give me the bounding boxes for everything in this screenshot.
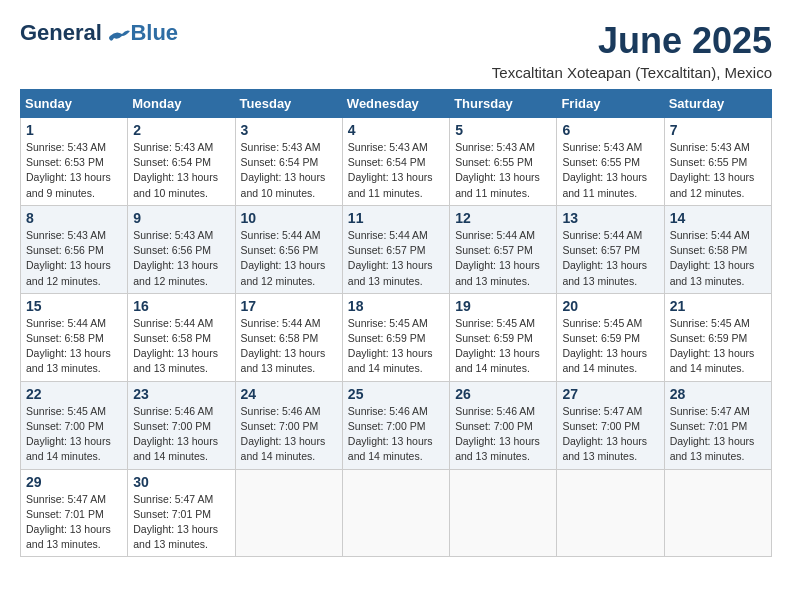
day-info: Sunrise: 5:43 AM Sunset: 6:54 PM Dayligh… bbox=[348, 140, 444, 201]
day-number: 14 bbox=[670, 210, 766, 226]
day-number: 20 bbox=[562, 298, 658, 314]
weekday-header-saturday: Saturday bbox=[664, 90, 771, 118]
day-info: Sunrise: 5:45 AM Sunset: 6:59 PM Dayligh… bbox=[348, 316, 444, 377]
calendar-week-row: 8Sunrise: 5:43 AM Sunset: 6:56 PM Daylig… bbox=[21, 205, 772, 293]
calendar-cell: 13Sunrise: 5:44 AM Sunset: 6:57 PM Dayli… bbox=[557, 205, 664, 293]
day-info: Sunrise: 5:45 AM Sunset: 7:00 PM Dayligh… bbox=[26, 404, 122, 465]
day-info: Sunrise: 5:43 AM Sunset: 6:56 PM Dayligh… bbox=[26, 228, 122, 289]
day-info: Sunrise: 5:43 AM Sunset: 6:53 PM Dayligh… bbox=[26, 140, 122, 201]
calendar-cell: 4Sunrise: 5:43 AM Sunset: 6:54 PM Daylig… bbox=[342, 118, 449, 206]
day-info: Sunrise: 5:43 AM Sunset: 6:54 PM Dayligh… bbox=[241, 140, 337, 201]
calendar-cell: 16Sunrise: 5:44 AM Sunset: 6:58 PM Dayli… bbox=[128, 293, 235, 381]
calendar-cell bbox=[664, 469, 771, 557]
day-number: 29 bbox=[26, 474, 122, 490]
calendar-cell: 1Sunrise: 5:43 AM Sunset: 6:53 PM Daylig… bbox=[21, 118, 128, 206]
calendar-cell bbox=[557, 469, 664, 557]
calendar-cell bbox=[342, 469, 449, 557]
calendar-week-row: 22Sunrise: 5:45 AM Sunset: 7:00 PM Dayli… bbox=[21, 381, 772, 469]
day-number: 11 bbox=[348, 210, 444, 226]
calendar-cell: 23Sunrise: 5:46 AM Sunset: 7:00 PM Dayli… bbox=[128, 381, 235, 469]
day-number: 24 bbox=[241, 386, 337, 402]
calendar-cell: 12Sunrise: 5:44 AM Sunset: 6:57 PM Dayli… bbox=[450, 205, 557, 293]
day-info: Sunrise: 5:44 AM Sunset: 6:58 PM Dayligh… bbox=[670, 228, 766, 289]
day-info: Sunrise: 5:43 AM Sunset: 6:56 PM Dayligh… bbox=[133, 228, 229, 289]
day-number: 3 bbox=[241, 122, 337, 138]
day-info: Sunrise: 5:46 AM Sunset: 7:00 PM Dayligh… bbox=[348, 404, 444, 465]
calendar-cell: 9Sunrise: 5:43 AM Sunset: 6:56 PM Daylig… bbox=[128, 205, 235, 293]
calendar-cell: 11Sunrise: 5:44 AM Sunset: 6:57 PM Dayli… bbox=[342, 205, 449, 293]
day-number: 16 bbox=[133, 298, 229, 314]
day-number: 6 bbox=[562, 122, 658, 138]
calendar-cell: 24Sunrise: 5:46 AM Sunset: 7:00 PM Dayli… bbox=[235, 381, 342, 469]
calendar-cell: 5Sunrise: 5:43 AM Sunset: 6:55 PM Daylig… bbox=[450, 118, 557, 206]
calendar-cell: 10Sunrise: 5:44 AM Sunset: 6:56 PM Dayli… bbox=[235, 205, 342, 293]
month-title: June 2025 bbox=[492, 20, 772, 62]
weekday-header-wednesday: Wednesday bbox=[342, 90, 449, 118]
header: General Blue June 2025 Texcaltitan Xotea… bbox=[20, 20, 772, 81]
weekday-header-sunday: Sunday bbox=[21, 90, 128, 118]
calendar-cell: 6Sunrise: 5:43 AM Sunset: 6:55 PM Daylig… bbox=[557, 118, 664, 206]
day-number: 2 bbox=[133, 122, 229, 138]
day-info: Sunrise: 5:43 AM Sunset: 6:55 PM Dayligh… bbox=[670, 140, 766, 201]
calendar-cell: 25Sunrise: 5:46 AM Sunset: 7:00 PM Dayli… bbox=[342, 381, 449, 469]
day-number: 28 bbox=[670, 386, 766, 402]
calendar-week-row: 15Sunrise: 5:44 AM Sunset: 6:58 PM Dayli… bbox=[21, 293, 772, 381]
weekday-header-friday: Friday bbox=[557, 90, 664, 118]
day-info: Sunrise: 5:44 AM Sunset: 6:58 PM Dayligh… bbox=[241, 316, 337, 377]
day-number: 7 bbox=[670, 122, 766, 138]
logo: General Blue bbox=[20, 20, 178, 46]
calendar-cell bbox=[450, 469, 557, 557]
weekday-header-row: SundayMondayTuesdayWednesdayThursdayFrid… bbox=[21, 90, 772, 118]
calendar-cell: 22Sunrise: 5:45 AM Sunset: 7:00 PM Dayli… bbox=[21, 381, 128, 469]
calendar-week-row: 1Sunrise: 5:43 AM Sunset: 6:53 PM Daylig… bbox=[21, 118, 772, 206]
day-info: Sunrise: 5:45 AM Sunset: 6:59 PM Dayligh… bbox=[455, 316, 551, 377]
day-number: 13 bbox=[562, 210, 658, 226]
day-info: Sunrise: 5:45 AM Sunset: 6:59 PM Dayligh… bbox=[670, 316, 766, 377]
day-number: 8 bbox=[26, 210, 122, 226]
day-info: Sunrise: 5:44 AM Sunset: 6:57 PM Dayligh… bbox=[455, 228, 551, 289]
calendar-table: SundayMondayTuesdayWednesdayThursdayFrid… bbox=[20, 89, 772, 557]
weekday-header-monday: Monday bbox=[128, 90, 235, 118]
calendar-cell: 8Sunrise: 5:43 AM Sunset: 6:56 PM Daylig… bbox=[21, 205, 128, 293]
day-info: Sunrise: 5:45 AM Sunset: 6:59 PM Dayligh… bbox=[562, 316, 658, 377]
day-number: 10 bbox=[241, 210, 337, 226]
day-number: 21 bbox=[670, 298, 766, 314]
calendar-header: SundayMondayTuesdayWednesdayThursdayFrid… bbox=[21, 90, 772, 118]
calendar-cell: 15Sunrise: 5:44 AM Sunset: 6:58 PM Dayli… bbox=[21, 293, 128, 381]
calendar-cell bbox=[235, 469, 342, 557]
calendar-cell: 21Sunrise: 5:45 AM Sunset: 6:59 PM Dayli… bbox=[664, 293, 771, 381]
day-number: 4 bbox=[348, 122, 444, 138]
day-info: Sunrise: 5:44 AM Sunset: 6:58 PM Dayligh… bbox=[26, 316, 122, 377]
day-number: 1 bbox=[26, 122, 122, 138]
day-number: 26 bbox=[455, 386, 551, 402]
calendar-cell: 19Sunrise: 5:45 AM Sunset: 6:59 PM Dayli… bbox=[450, 293, 557, 381]
day-info: Sunrise: 5:47 AM Sunset: 7:01 PM Dayligh… bbox=[670, 404, 766, 465]
day-number: 15 bbox=[26, 298, 122, 314]
calendar-cell: 29Sunrise: 5:47 AM Sunset: 7:01 PM Dayli… bbox=[21, 469, 128, 557]
logo-general-text: General bbox=[20, 20, 102, 45]
day-info: Sunrise: 5:47 AM Sunset: 7:00 PM Dayligh… bbox=[562, 404, 658, 465]
day-info: Sunrise: 5:43 AM Sunset: 6:55 PM Dayligh… bbox=[455, 140, 551, 201]
day-number: 5 bbox=[455, 122, 551, 138]
day-info: Sunrise: 5:46 AM Sunset: 7:00 PM Dayligh… bbox=[133, 404, 229, 465]
day-number: 27 bbox=[562, 386, 658, 402]
day-info: Sunrise: 5:47 AM Sunset: 7:01 PM Dayligh… bbox=[133, 492, 229, 553]
weekday-header-tuesday: Tuesday bbox=[235, 90, 342, 118]
day-number: 18 bbox=[348, 298, 444, 314]
day-info: Sunrise: 5:44 AM Sunset: 6:57 PM Dayligh… bbox=[562, 228, 658, 289]
day-info: Sunrise: 5:44 AM Sunset: 6:58 PM Dayligh… bbox=[133, 316, 229, 377]
weekday-header-thursday: Thursday bbox=[450, 90, 557, 118]
day-info: Sunrise: 5:46 AM Sunset: 7:00 PM Dayligh… bbox=[455, 404, 551, 465]
day-info: Sunrise: 5:44 AM Sunset: 6:56 PM Dayligh… bbox=[241, 228, 337, 289]
logo-blue-text: Blue bbox=[130, 20, 178, 45]
day-info: Sunrise: 5:43 AM Sunset: 6:55 PM Dayligh… bbox=[562, 140, 658, 201]
day-number: 12 bbox=[455, 210, 551, 226]
day-number: 23 bbox=[133, 386, 229, 402]
calendar-cell: 3Sunrise: 5:43 AM Sunset: 6:54 PM Daylig… bbox=[235, 118, 342, 206]
logo-bird-icon bbox=[108, 28, 130, 44]
day-number: 19 bbox=[455, 298, 551, 314]
calendar-cell: 18Sunrise: 5:45 AM Sunset: 6:59 PM Dayli… bbox=[342, 293, 449, 381]
calendar-cell: 27Sunrise: 5:47 AM Sunset: 7:00 PM Dayli… bbox=[557, 381, 664, 469]
day-number: 25 bbox=[348, 386, 444, 402]
day-info: Sunrise: 5:46 AM Sunset: 7:00 PM Dayligh… bbox=[241, 404, 337, 465]
